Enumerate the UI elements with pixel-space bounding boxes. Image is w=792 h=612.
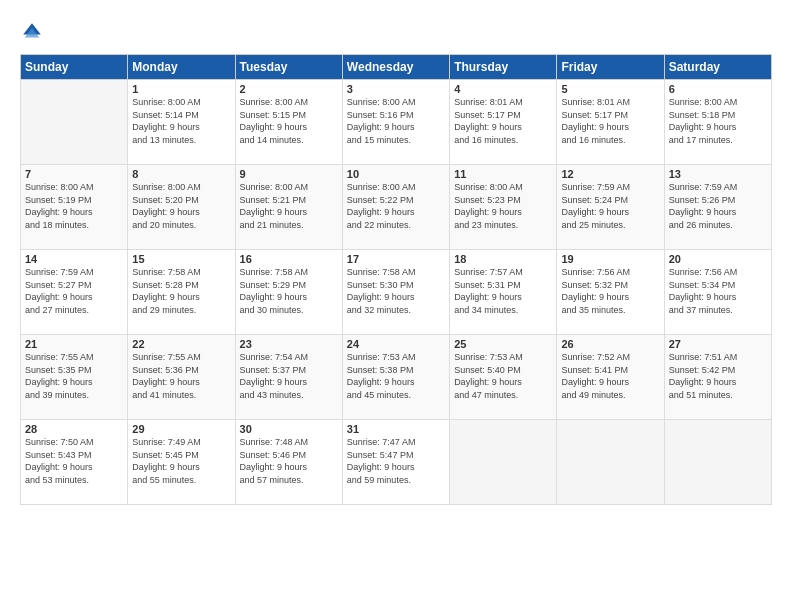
day-number: 8 bbox=[132, 168, 230, 180]
day-cell: 18Sunrise: 7:57 AM Sunset: 5:31 PM Dayli… bbox=[450, 250, 557, 335]
day-info: Sunrise: 7:57 AM Sunset: 5:31 PM Dayligh… bbox=[454, 266, 552, 316]
week-row-5: 28Sunrise: 7:50 AM Sunset: 5:43 PM Dayli… bbox=[21, 420, 772, 505]
header-row: SundayMondayTuesdayWednesdayThursdayFrid… bbox=[21, 55, 772, 80]
day-cell: 14Sunrise: 7:59 AM Sunset: 5:27 PM Dayli… bbox=[21, 250, 128, 335]
day-info: Sunrise: 7:59 AM Sunset: 5:26 PM Dayligh… bbox=[669, 181, 767, 231]
col-header-tuesday: Tuesday bbox=[235, 55, 342, 80]
day-number: 23 bbox=[240, 338, 338, 350]
day-info: Sunrise: 8:00 AM Sunset: 5:16 PM Dayligh… bbox=[347, 96, 445, 146]
day-cell: 23Sunrise: 7:54 AM Sunset: 5:37 PM Dayli… bbox=[235, 335, 342, 420]
day-cell: 7Sunrise: 8:00 AM Sunset: 5:19 PM Daylig… bbox=[21, 165, 128, 250]
day-info: Sunrise: 7:56 AM Sunset: 5:32 PM Dayligh… bbox=[561, 266, 659, 316]
day-info: Sunrise: 7:59 AM Sunset: 5:27 PM Dayligh… bbox=[25, 266, 123, 316]
day-number: 29 bbox=[132, 423, 230, 435]
day-cell: 22Sunrise: 7:55 AM Sunset: 5:36 PM Dayli… bbox=[128, 335, 235, 420]
day-cell: 19Sunrise: 7:56 AM Sunset: 5:32 PM Dayli… bbox=[557, 250, 664, 335]
day-cell: 2Sunrise: 8:00 AM Sunset: 5:15 PM Daylig… bbox=[235, 80, 342, 165]
col-header-monday: Monday bbox=[128, 55, 235, 80]
day-info: Sunrise: 7:55 AM Sunset: 5:36 PM Dayligh… bbox=[132, 351, 230, 401]
day-cell: 24Sunrise: 7:53 AM Sunset: 5:38 PM Dayli… bbox=[342, 335, 449, 420]
day-number: 1 bbox=[132, 83, 230, 95]
day-cell: 15Sunrise: 7:58 AM Sunset: 5:28 PM Dayli… bbox=[128, 250, 235, 335]
day-cell: 25Sunrise: 7:53 AM Sunset: 5:40 PM Dayli… bbox=[450, 335, 557, 420]
day-number: 31 bbox=[347, 423, 445, 435]
day-number: 17 bbox=[347, 253, 445, 265]
day-cell: 21Sunrise: 7:55 AM Sunset: 5:35 PM Dayli… bbox=[21, 335, 128, 420]
day-number: 19 bbox=[561, 253, 659, 265]
day-cell bbox=[450, 420, 557, 505]
day-cell: 3Sunrise: 8:00 AM Sunset: 5:16 PM Daylig… bbox=[342, 80, 449, 165]
day-info: Sunrise: 8:00 AM Sunset: 5:23 PM Dayligh… bbox=[454, 181, 552, 231]
day-info: Sunrise: 8:01 AM Sunset: 5:17 PM Dayligh… bbox=[561, 96, 659, 146]
day-cell: 28Sunrise: 7:50 AM Sunset: 5:43 PM Dayli… bbox=[21, 420, 128, 505]
day-number: 12 bbox=[561, 168, 659, 180]
logo-icon bbox=[20, 20, 44, 44]
day-number: 18 bbox=[454, 253, 552, 265]
col-header-wednesday: Wednesday bbox=[342, 55, 449, 80]
day-info: Sunrise: 8:00 AM Sunset: 5:20 PM Dayligh… bbox=[132, 181, 230, 231]
day-info: Sunrise: 7:52 AM Sunset: 5:41 PM Dayligh… bbox=[561, 351, 659, 401]
day-cell: 29Sunrise: 7:49 AM Sunset: 5:45 PM Dayli… bbox=[128, 420, 235, 505]
day-info: Sunrise: 7:47 AM Sunset: 5:47 PM Dayligh… bbox=[347, 436, 445, 486]
day-info: Sunrise: 7:55 AM Sunset: 5:35 PM Dayligh… bbox=[25, 351, 123, 401]
day-number: 15 bbox=[132, 253, 230, 265]
day-number: 11 bbox=[454, 168, 552, 180]
day-info: Sunrise: 8:00 AM Sunset: 5:19 PM Dayligh… bbox=[25, 181, 123, 231]
day-cell: 26Sunrise: 7:52 AM Sunset: 5:41 PM Dayli… bbox=[557, 335, 664, 420]
day-number: 13 bbox=[669, 168, 767, 180]
day-number: 3 bbox=[347, 83, 445, 95]
day-info: Sunrise: 7:58 AM Sunset: 5:28 PM Dayligh… bbox=[132, 266, 230, 316]
day-info: Sunrise: 8:00 AM Sunset: 5:14 PM Dayligh… bbox=[132, 96, 230, 146]
day-info: Sunrise: 7:48 AM Sunset: 5:46 PM Dayligh… bbox=[240, 436, 338, 486]
day-cell: 9Sunrise: 8:00 AM Sunset: 5:21 PM Daylig… bbox=[235, 165, 342, 250]
day-cell: 30Sunrise: 7:48 AM Sunset: 5:46 PM Dayli… bbox=[235, 420, 342, 505]
day-number: 28 bbox=[25, 423, 123, 435]
day-cell: 12Sunrise: 7:59 AM Sunset: 5:24 PM Dayli… bbox=[557, 165, 664, 250]
day-info: Sunrise: 7:58 AM Sunset: 5:29 PM Dayligh… bbox=[240, 266, 338, 316]
header bbox=[20, 20, 772, 44]
day-number: 25 bbox=[454, 338, 552, 350]
day-cell: 4Sunrise: 8:01 AM Sunset: 5:17 PM Daylig… bbox=[450, 80, 557, 165]
day-info: Sunrise: 7:58 AM Sunset: 5:30 PM Dayligh… bbox=[347, 266, 445, 316]
day-number: 4 bbox=[454, 83, 552, 95]
day-info: Sunrise: 7:59 AM Sunset: 5:24 PM Dayligh… bbox=[561, 181, 659, 231]
day-number: 10 bbox=[347, 168, 445, 180]
day-info: Sunrise: 7:53 AM Sunset: 5:38 PM Dayligh… bbox=[347, 351, 445, 401]
day-cell: 17Sunrise: 7:58 AM Sunset: 5:30 PM Dayli… bbox=[342, 250, 449, 335]
day-number: 16 bbox=[240, 253, 338, 265]
day-info: Sunrise: 7:50 AM Sunset: 5:43 PM Dayligh… bbox=[25, 436, 123, 486]
day-number: 7 bbox=[25, 168, 123, 180]
day-cell: 27Sunrise: 7:51 AM Sunset: 5:42 PM Dayli… bbox=[664, 335, 771, 420]
day-number: 20 bbox=[669, 253, 767, 265]
day-number: 5 bbox=[561, 83, 659, 95]
col-header-sunday: Sunday bbox=[21, 55, 128, 80]
day-cell: 20Sunrise: 7:56 AM Sunset: 5:34 PM Dayli… bbox=[664, 250, 771, 335]
day-cell bbox=[664, 420, 771, 505]
day-cell: 5Sunrise: 8:01 AM Sunset: 5:17 PM Daylig… bbox=[557, 80, 664, 165]
day-number: 2 bbox=[240, 83, 338, 95]
day-cell: 11Sunrise: 8:00 AM Sunset: 5:23 PM Dayli… bbox=[450, 165, 557, 250]
page: SundayMondayTuesdayWednesdayThursdayFrid… bbox=[0, 0, 792, 612]
calendar-table: SundayMondayTuesdayWednesdayThursdayFrid… bbox=[20, 54, 772, 505]
day-number: 24 bbox=[347, 338, 445, 350]
day-info: Sunrise: 8:00 AM Sunset: 5:21 PM Dayligh… bbox=[240, 181, 338, 231]
week-row-3: 14Sunrise: 7:59 AM Sunset: 5:27 PM Dayli… bbox=[21, 250, 772, 335]
day-info: Sunrise: 8:00 AM Sunset: 5:18 PM Dayligh… bbox=[669, 96, 767, 146]
day-info: Sunrise: 7:54 AM Sunset: 5:37 PM Dayligh… bbox=[240, 351, 338, 401]
col-header-thursday: Thursday bbox=[450, 55, 557, 80]
day-info: Sunrise: 8:00 AM Sunset: 5:15 PM Dayligh… bbox=[240, 96, 338, 146]
col-header-friday: Friday bbox=[557, 55, 664, 80]
day-number: 14 bbox=[25, 253, 123, 265]
day-info: Sunrise: 8:01 AM Sunset: 5:17 PM Dayligh… bbox=[454, 96, 552, 146]
day-info: Sunrise: 7:49 AM Sunset: 5:45 PM Dayligh… bbox=[132, 436, 230, 486]
day-number: 30 bbox=[240, 423, 338, 435]
day-info: Sunrise: 7:56 AM Sunset: 5:34 PM Dayligh… bbox=[669, 266, 767, 316]
day-cell bbox=[21, 80, 128, 165]
week-row-2: 7Sunrise: 8:00 AM Sunset: 5:19 PM Daylig… bbox=[21, 165, 772, 250]
day-cell: 8Sunrise: 8:00 AM Sunset: 5:20 PM Daylig… bbox=[128, 165, 235, 250]
day-info: Sunrise: 8:00 AM Sunset: 5:22 PM Dayligh… bbox=[347, 181, 445, 231]
logo bbox=[20, 20, 48, 44]
day-number: 6 bbox=[669, 83, 767, 95]
day-info: Sunrise: 7:51 AM Sunset: 5:42 PM Dayligh… bbox=[669, 351, 767, 401]
day-cell: 6Sunrise: 8:00 AM Sunset: 5:18 PM Daylig… bbox=[664, 80, 771, 165]
